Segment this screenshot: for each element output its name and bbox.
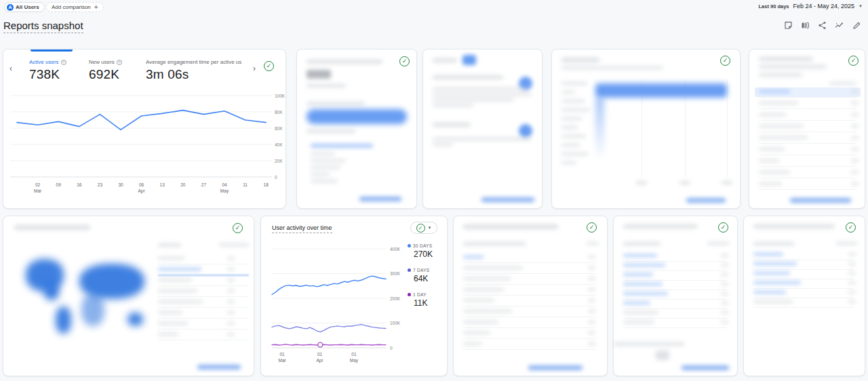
svg-text:01: 01	[280, 352, 285, 357]
blurred-cell	[759, 148, 785, 151]
blurred-card: ✓	[613, 216, 738, 376]
legend-value: 64K	[414, 274, 433, 283]
blurred-view-link[interactable]	[359, 197, 401, 201]
help-icon[interactable]: ?	[61, 60, 66, 65]
blurred-view-link[interactable]	[528, 365, 583, 370]
blurred-view-link[interactable]	[197, 365, 241, 369]
row-separator	[623, 261, 726, 262]
blurred-cell	[721, 302, 728, 304]
blurred-axis-label	[561, 135, 586, 138]
caret-down-icon: ▼	[859, 4, 863, 8]
blurred-cell	[753, 300, 793, 303]
blurred-cell	[721, 254, 728, 257]
svg-text:09: 09	[56, 182, 62, 187]
legend-label: 7 DAYS	[413, 268, 429, 273]
metric-label: New users	[89, 59, 115, 65]
add-comparison-chip[interactable]: Add comparison +	[46, 2, 104, 12]
row-separator	[158, 285, 249, 286]
row-separator	[759, 132, 856, 132]
svg-text:27: 27	[201, 182, 207, 187]
blurred-title	[14, 225, 90, 230]
metrics-prev-chevron[interactable]: ‹	[9, 64, 12, 73]
blurred-view-link[interactable]	[682, 365, 729, 370]
blurred-cell	[158, 300, 203, 303]
blurred-cell	[759, 90, 790, 93]
comparison-icon[interactable]	[801, 21, 810, 30]
blurred-cell	[623, 283, 663, 285]
metric-active-users[interactable]: Active users? 738K	[29, 59, 66, 82]
all-users-chip[interactable]: A All Users	[4, 2, 45, 12]
row-separator	[623, 327, 726, 328]
insights-icon[interactable]	[835, 21, 844, 30]
blurred-cell	[227, 289, 235, 292]
data-quality-check-icon[interactable]: ✓	[848, 56, 859, 66]
blurred-cell	[851, 113, 859, 116]
blurred-view-link[interactable]	[790, 198, 851, 203]
row-separator	[463, 284, 596, 285]
blurred-text	[433, 98, 514, 101]
svg-text:40K: 40K	[275, 142, 283, 147]
blurred-insight-icon[interactable]	[519, 124, 532, 138]
legend-item[interactable]: 30 DAYS270K	[408, 243, 433, 259]
blurred-axis-label	[561, 82, 587, 85]
blurred-text	[307, 84, 346, 87]
blurred-cell	[759, 171, 790, 174]
svg-text:13: 13	[160, 182, 165, 187]
blurred-axis-label	[561, 91, 575, 94]
blurred-cell	[759, 113, 786, 116]
svg-text:06: 06	[139, 182, 144, 187]
blurred-cell	[588, 277, 595, 280]
row-separator	[623, 270, 726, 271]
blurred-cell	[848, 253, 856, 256]
row-separator	[463, 262, 596, 263]
map-region-blob	[81, 294, 104, 326]
metrics-next-chevron[interactable]: ›	[253, 64, 256, 73]
date-range-preset: Last 90 days	[758, 3, 789, 9]
data-quality-check-icon[interactable]: ✓	[399, 56, 410, 66]
edit-icon[interactable]	[852, 21, 861, 30]
svg-text:30: 30	[118, 182, 123, 187]
blurred-cell	[588, 299, 595, 302]
blurred-cell	[721, 283, 728, 285]
data-quality-check-icon[interactable]: ✓	[233, 223, 243, 233]
blurred-cell	[227, 279, 235, 281]
series-1-day	[272, 344, 386, 345]
blurred-link-text[interactable]	[311, 144, 373, 148]
blurred-view-link[interactable]	[686, 198, 726, 203]
date-range-picker[interactable]: Last 90 days Feb 24 - May 24, 2025 ▼	[758, 3, 863, 9]
help-icon[interactable]: ?	[117, 60, 122, 65]
blurred-cell	[158, 311, 182, 314]
blurred-cell	[721, 321, 728, 323]
blurred-card: ✓	[749, 49, 865, 209]
blurred-cell	[623, 311, 658, 314]
blurred-cell	[721, 292, 728, 295]
note-icon[interactable]	[784, 21, 793, 30]
data-quality-check-icon[interactable]: ✓	[720, 56, 730, 66]
blurred-view-link[interactable]	[481, 197, 534, 202]
all-users-avatar-icon: A	[7, 4, 14, 11]
legend-item[interactable]: 7 DAYS64K	[408, 268, 433, 283]
metric-avg-engagement-time[interactable]: Average engagement time per active us 3m…	[146, 59, 249, 82]
blurred-header	[623, 242, 660, 245]
legend-dot	[408, 244, 411, 247]
user-activity-line-chart: 400K300K200K100K001Mar01Apr01May	[271, 243, 410, 369]
data-quality-check-icon[interactable]: ✓	[846, 222, 856, 233]
data-quality-check-icon[interactable]: ✓	[587, 222, 597, 233]
share-icon[interactable]	[818, 21, 827, 30]
all-users-chip-label: All Users	[16, 4, 39, 10]
data-quality-dropdown[interactable]: ✓ ▼	[410, 222, 437, 234]
row-separator	[759, 143, 856, 144]
legend-item[interactable]: 1 DAY11K	[408, 292, 433, 308]
add-comparison-label: Add comparison	[52, 4, 91, 10]
blurred-cell	[848, 281, 856, 284]
blurred-cell	[463, 299, 494, 302]
blurred-card: ✓	[551, 49, 741, 209]
metric-new-users[interactable]: New users? 692K	[89, 59, 122, 82]
user-activity-card: User activity over time ✓ ▼ 400K300K200K…	[260, 216, 448, 376]
blurred-cell	[721, 264, 728, 266]
data-quality-check-icon[interactable]: ✓	[264, 61, 274, 71]
data-quality-check-icon[interactable]: ✓	[718, 222, 728, 233]
blurred-header	[753, 242, 794, 245]
legend-value: 270K	[414, 249, 433, 259]
blurred-header	[158, 243, 181, 247]
